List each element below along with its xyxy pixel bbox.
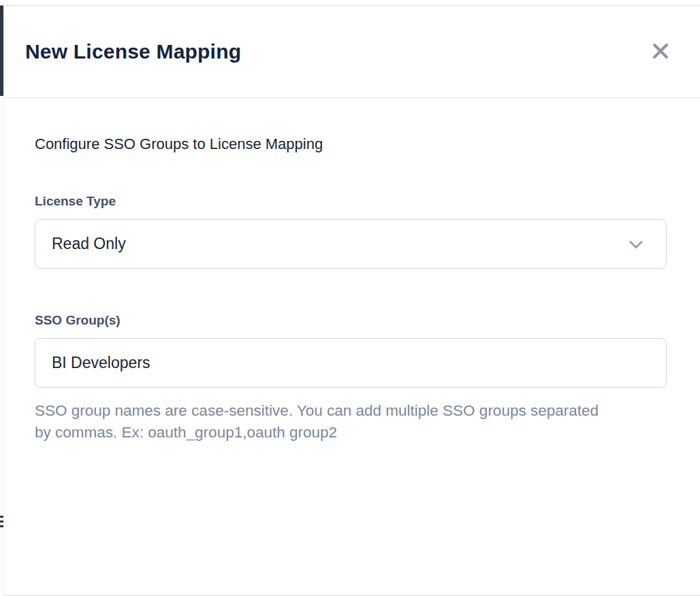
dialog-body: Configure SSO Groups to License Mapping … — [4, 98, 700, 443]
license-type-selected-value: Read Only — [52, 235, 126, 253]
dialog-title: New License Mapping — [25, 40, 241, 63]
sso-groups-help-text: SSO group names are case-sensitive. You … — [35, 400, 607, 443]
sso-groups-field: SSO Group(s) SSO group names are case-se… — [35, 313, 666, 443]
sso-groups-label: SSO Group(s) — [35, 313, 666, 328]
sso-groups-input[interactable] — [35, 338, 667, 388]
new-license-mapping-dialog: New License Mapping Configure SSO Groups… — [3, 5, 700, 596]
chevron-down-icon — [626, 235, 646, 254]
license-type-field: License Type Read Only — [35, 194, 666, 269]
license-type-label: License Type — [35, 194, 666, 209]
dialog-subtitle: Configure SSO Groups to License Mapping — [35, 135, 666, 153]
dialog-header: New License Mapping — [4, 6, 700, 98]
license-type-select[interactable]: Read Only — [35, 219, 667, 269]
close-icon — [652, 42, 669, 62]
close-button[interactable] — [648, 39, 673, 64]
